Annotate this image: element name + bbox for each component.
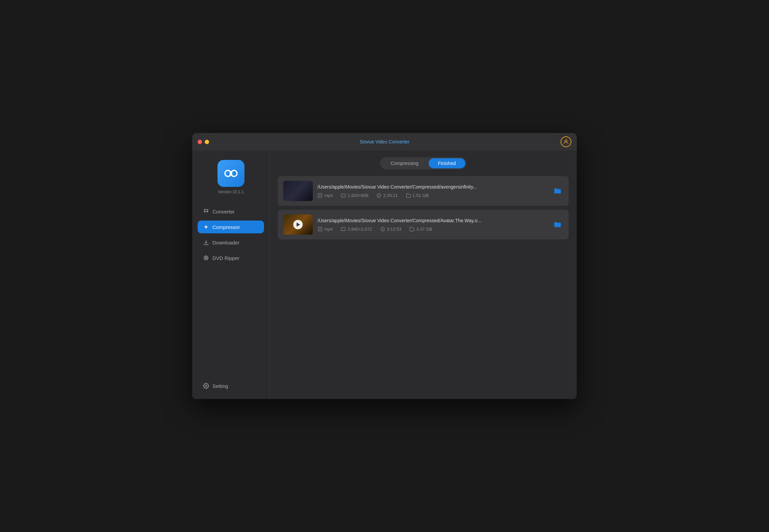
downloader-label: Downloader [212,240,239,245]
user-account-button[interactable] [561,136,571,147]
file-card-1: /Users/apple/Movies/Siovue Video Convert… [278,176,569,206]
file-duration-2: 3:12:53 [380,227,401,232]
tab-compressing[interactable]: Compressing [381,158,428,168]
file-resolution-1: 1,920×808 [341,193,368,198]
file-meta-2: mp4 3,840×2,072 [317,227,547,232]
svg-rect-13 [341,194,346,197]
svg-rect-10 [318,193,322,197]
titlebar: Siovue Video Converter [192,133,577,151]
play-button-2[interactable] [293,220,303,229]
file-list: /Users/apple/Movies/Siovue Video Convert… [278,176,569,239]
app-icon [218,160,244,187]
file-resolution-2: 3,840×2,072 [341,227,372,232]
size-icon-1 [406,193,411,198]
app-version: Version 10.1.1 [218,190,244,194]
file-thumbnail-2 [283,214,313,235]
app-window: Siovue Video Converter Version 10. [192,133,577,399]
svg-point-0 [565,140,567,142]
sidebar-item-dvd-ripper[interactable]: DVD Ripper [198,252,264,264]
sidebar-item-setting[interactable]: Setting [198,379,264,392]
file-card-2: /Users/apple/Movies/Siovue Video Convert… [278,210,569,239]
svg-point-7 [206,258,207,259]
file-format-2: mp4 [317,227,333,232]
duration-icon-2 [380,227,385,232]
sidebar-item-downloader[interactable]: Downloader [198,236,264,249]
file-duration-1: 2:29:21 [376,193,398,198]
tab-finished[interactable]: Finished [429,158,465,168]
compressor-label: Compressor [212,224,240,230]
format-icon-2 [317,227,323,232]
thumbnail-image-1 [283,181,313,201]
tab-bar: Compressing Finished [278,157,569,169]
converter-icon [203,208,209,214]
file-info-2: /Users/apple/Movies/Siovue Video Convert… [317,218,547,232]
file-thumbnail-1 [283,181,313,201]
downloader-icon [203,239,209,245]
resolution-icon-2 [341,227,346,232]
converter-label: Converter [212,209,235,214]
folder-icon-2 [553,220,562,229]
svg-point-8 [205,257,207,259]
svg-point-9 [205,385,207,387]
window-title: Siovue Video Converter [360,139,409,144]
file-size-1: 1.51 GB [406,193,429,198]
settings-icon [203,383,209,389]
main-content: Compressing Finished /Users/apple/Movies… [270,151,577,399]
resolution-icon-1 [341,193,346,198]
close-button[interactable] [198,140,202,144]
compressor-icon [203,224,209,230]
sidebar-item-compressor[interactable]: Compressor [198,221,264,233]
thumbnail-image-2 [283,214,313,235]
minimize-button[interactable] [205,140,209,144]
file-info-1: /Users/apple/Movies/Siovue Video Convert… [317,184,547,198]
tab-switch: Compressing Finished [380,157,466,169]
svg-rect-17 [318,227,322,231]
app-content: Version 10.1.1 Converter Compressor [192,151,577,399]
file-size-2: 3.47 GB [409,227,432,232]
file-format-1: mp4 [317,193,333,198]
file-path-1: /Users/apple/Movies/Siovue Video Convert… [317,184,547,190]
open-folder-button-1[interactable] [552,185,563,197]
app-logo-area: Version 10.1.1 [198,160,264,194]
dvd-ripper-label: DVD Ripper [212,255,239,261]
duration-icon-1 [376,193,381,198]
size-icon-2 [409,227,414,232]
svg-rect-20 [341,228,346,231]
folder-icon-1 [553,187,562,195]
open-folder-button-2[interactable] [552,219,563,230]
file-path-2: /Users/apple/Movies/Siovue Video Convert… [317,218,547,223]
format-icon-1 [317,193,323,198]
traffic-lights [198,140,209,144]
sidebar-item-converter[interactable]: Converter [198,205,264,218]
file-meta-1: mp4 1,920×808 [317,193,547,198]
setting-label: Setting [212,383,228,389]
sidebar: Version 10.1.1 Converter Compressor [192,151,270,399]
dvd-ripper-icon [203,255,209,261]
